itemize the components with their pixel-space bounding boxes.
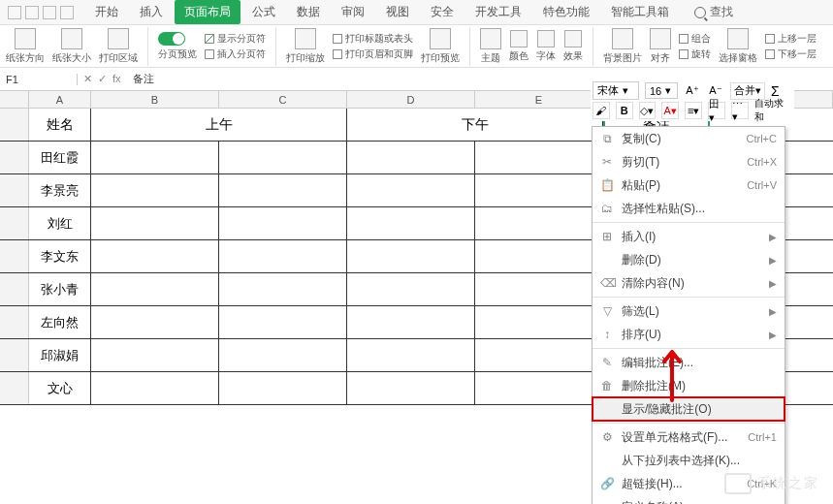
- qa-icon-1[interactable]: [8, 6, 21, 19]
- toggle-pagebreak-preview[interactable]: [158, 32, 185, 46]
- menu-icon: 🗑: [600, 379, 614, 393]
- btn-theme[interactable]: 主题: [480, 28, 501, 65]
- menu-item-10[interactable]: ↕排序(U)▶: [593, 323, 785, 346]
- ribbon: 纸张方向 纸张大小 打印区域 分页预览 显示分页符 插入分页符 打印缩放 打印标…: [0, 25, 833, 68]
- btn-printarea[interactable]: 打印区域: [99, 28, 138, 65]
- tab-pagelayout[interactable]: 页面布局: [175, 0, 240, 24]
- cell-A4[interactable]: 刘红: [29, 207, 91, 239]
- colhdr-E[interactable]: E: [475, 91, 603, 108]
- btn-print-scale[interactable]: 打印缩放: [286, 28, 325, 65]
- btn-print-preview[interactable]: 打印预览: [421, 28, 460, 65]
- menu-icon: ▽: [600, 304, 614, 318]
- btn-colors[interactable]: 颜色: [509, 30, 529, 63]
- cell-B2[interactable]: [91, 142, 219, 173]
- chk-show-breaks[interactable]: 显示分页符: [205, 32, 266, 46]
- btn-fonts[interactable]: 字体: [536, 30, 556, 63]
- qa-icon-4[interactable]: [60, 6, 74, 19]
- qa-icon-2[interactable]: [25, 6, 39, 19]
- btn-orientation[interactable]: 纸张方向: [6, 28, 45, 65]
- menu-item-7[interactable]: ⌫清除内容(N)▶: [593, 271, 785, 295]
- btn-align[interactable]: 对齐: [650, 28, 671, 65]
- btn-insert-break[interactable]: 插入分页符: [205, 47, 266, 61]
- cell-E2[interactable]: [475, 142, 603, 173]
- select-all-corner[interactable]: [0, 91, 29, 108]
- autosum-label: 自动求和: [754, 102, 792, 119]
- fill-color-button[interactable]: ◇▾: [639, 102, 657, 119]
- tab-features[interactable]: 特色功能: [533, 0, 599, 24]
- bold-button[interactable]: B: [616, 102, 633, 119]
- menu-label: 粘贴(P): [622, 177, 739, 194]
- tab-insert[interactable]: 插入: [130, 0, 173, 24]
- format-button[interactable]: ⋯▾: [731, 102, 749, 119]
- btn-rotate[interactable]: 旋转: [679, 47, 711, 61]
- menu-item-12[interactable]: ✎编辑批注(E)...: [593, 351, 785, 374]
- cell-A3[interactable]: 李景亮: [29, 174, 91, 206]
- cell-A1[interactable]: 姓名: [29, 109, 91, 141]
- cell-A9[interactable]: 文心: [29, 372, 91, 404]
- font-size-select[interactable]: 16▾: [645, 82, 678, 99]
- menu-item-13[interactable]: 🗑删除批注(M): [593, 374, 785, 397]
- menu-item-6[interactable]: 删除(D)▶: [593, 248, 785, 271]
- rowhdr-2[interactable]: [0, 142, 29, 173]
- btn-bring-forward[interactable]: 上移一层: [765, 32, 817, 46]
- menu-icon: ↕: [600, 328, 614, 341]
- menu-item-19[interactable]: 定义名称(A)...: [593, 495, 785, 504]
- cell-D1E1[interactable]: 下午: [347, 109, 603, 141]
- btn-print-headers[interactable]: 打印页眉和页脚: [333, 47, 413, 61]
- colhdr-C[interactable]: C: [219, 91, 347, 108]
- cell-A7[interactable]: 左向然: [29, 306, 91, 338]
- btn-print-titles[interactable]: 打印标题或表头: [333, 32, 413, 46]
- cell-C2[interactable]: [219, 142, 347, 173]
- menu-item-17[interactable]: 从下拉列表中选择(K)...: [593, 449, 785, 472]
- tab-review[interactable]: 审阅: [332, 0, 374, 24]
- colhdr-B[interactable]: B: [91, 91, 219, 108]
- btn-selection-pane[interactable]: 选择窗格: [719, 28, 757, 65]
- tab-security[interactable]: 安全: [421, 0, 464, 24]
- cell-A2[interactable]: 田红霞: [29, 142, 91, 173]
- cell-B1C1[interactable]: 上午: [91, 109, 347, 141]
- menu-item-0[interactable]: ⧉复制(C)Ctrl+C: [593, 127, 785, 150]
- tab-view[interactable]: 视图: [376, 0, 419, 24]
- tab-start[interactable]: 开始: [85, 0, 128, 24]
- menu-item-3[interactable]: 🗂选择性粘贴(S)...: [593, 197, 785, 220]
- btn-bgimage[interactable]: 背景图片: [603, 28, 642, 65]
- search-box[interactable]: 查找: [694, 4, 733, 20]
- tab-smarttools[interactable]: 智能工具箱: [601, 0, 679, 24]
- qa-icon-3[interactable]: [43, 6, 56, 19]
- name-box[interactable]: F1: [0, 74, 78, 85]
- btn-effects[interactable]: 效果: [563, 30, 583, 63]
- align-button[interactable]: ≡▾: [685, 102, 702, 119]
- fx-cancel-icon[interactable]: ✕: [83, 73, 92, 85]
- btn-papersize[interactable]: 纸张大小: [52, 28, 91, 65]
- btn-send-backward[interactable]: 下移一层: [765, 47, 817, 61]
- menu-item-14[interactable]: 显示/隐藏批注(O): [593, 397, 785, 421]
- menu-icon: 🗂: [600, 202, 614, 215]
- fx-confirm-icon[interactable]: ✓: [98, 73, 107, 85]
- btn-group[interactable]: 组合: [679, 32, 711, 46]
- menu-item-1[interactable]: ✂剪切(T)Ctrl+X: [593, 150, 785, 173]
- menu-icon: 📋: [600, 178, 614, 192]
- cell-D2[interactable]: [347, 142, 475, 173]
- tab-data[interactable]: 数据: [287, 0, 330, 24]
- format-painter-button[interactable]: 🖌: [593, 102, 610, 119]
- cell-A8[interactable]: 邱淑娟: [29, 339, 91, 371]
- rowhdr-1[interactable]: [0, 109, 29, 141]
- tab-formula[interactable]: 公式: [242, 0, 285, 24]
- cell-A5[interactable]: 李文东: [29, 240, 91, 272]
- font-name-select[interactable]: 宋体▾: [593, 81, 639, 100]
- rowhdr-3[interactable]: [0, 174, 29, 206]
- fx-icon[interactable]: fx: [112, 73, 121, 85]
- font-color-button[interactable]: A▾: [661, 102, 679, 119]
- font-grow-button[interactable]: A⁺: [684, 82, 701, 100]
- menu-item-9[interactable]: ▽筛选(L)▶: [593, 299, 785, 323]
- menu-item-16[interactable]: ⚙设置单元格格式(F)...Ctrl+1: [593, 425, 785, 449]
- colhdr-A[interactable]: A: [29, 91, 91, 108]
- cell-A6[interactable]: 张小青: [29, 273, 91, 305]
- menu-item-5[interactable]: ⊞插入(I)▶: [593, 225, 785, 248]
- tab-devtools[interactable]: 开发工具: [465, 0, 531, 24]
- menu-item-2[interactable]: 📋粘贴(P)Ctrl+V: [593, 173, 785, 197]
- context-menu: ⧉复制(C)Ctrl+C✂剪切(T)Ctrl+X📋粘贴(P)Ctrl+V🗂选择性…: [592, 126, 785, 504]
- colhdr-D[interactable]: D: [347, 91, 475, 108]
- menu-item-18[interactable]: 🔗超链接(H)...Ctrl+K: [593, 472, 785, 495]
- border-button[interactable]: 田▾: [708, 102, 725, 119]
